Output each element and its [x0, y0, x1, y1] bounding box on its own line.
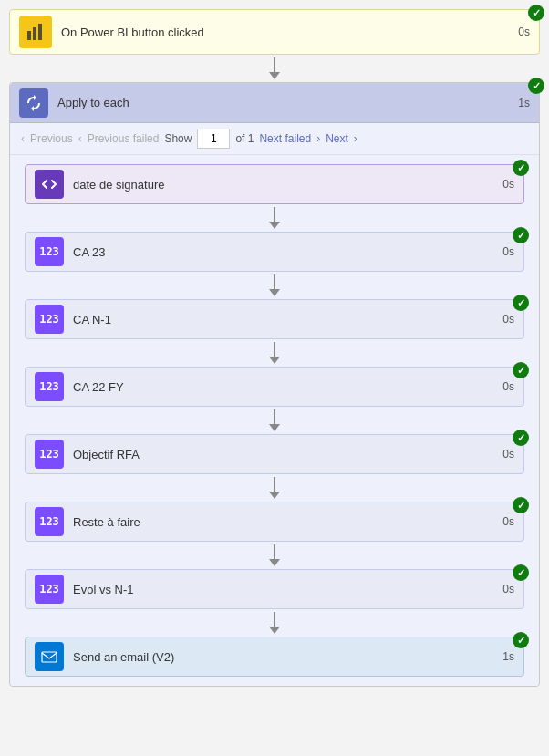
- next-failed-button[interactable]: Next failed: [259, 132, 311, 145]
- step-label-1: date de signature: [73, 178, 495, 192]
- step-duration-4: 0s: [502, 380, 514, 393]
- step-icon-4: 123: [35, 372, 64, 401]
- trigger-success-check: ✓: [528, 5, 544, 21]
- svg-rect-2: [38, 24, 42, 40]
- apply-each-label: Apply to each: [57, 96, 511, 109]
- email-step-check: ✓: [513, 632, 529, 648]
- svg-rect-0: [27, 31, 31, 40]
- step-duration-6: 0s: [502, 515, 514, 528]
- step-check-3: ✓: [513, 295, 529, 311]
- step-duration-2: 0s: [502, 245, 514, 258]
- apply-each-success-check: ✓: [528, 78, 544, 94]
- step-check-7: ✓: [513, 564, 529, 581]
- step-label-4: CA 22 FY: [73, 380, 495, 394]
- trigger-block[interactable]: On Power BI button clicked 0s ✓: [9, 9, 540, 55]
- connector-s4: [25, 407, 524, 434]
- email-step-duration: 1s: [502, 650, 514, 663]
- next-chevron-icon: ›: [354, 132, 357, 145]
- step-duration-7: 0s: [502, 583, 514, 595]
- connector-s1: [25, 204, 524, 232]
- page-container: On Power BI button clicked 0s ✓ Apply to…: [0, 0, 549, 696]
- step-label-6: Reste à faire: [73, 515, 495, 529]
- step-label-2: CA 23: [73, 245, 495, 259]
- next-button[interactable]: Next: [326, 132, 348, 145]
- trigger-duration: 0s: [518, 26, 530, 38]
- prev-chevron-icon: ‹: [21, 132, 25, 145]
- step-block-4[interactable]: 123 CA 22 FY 0s ✓: [25, 367, 524, 407]
- step-check-5: ✓: [513, 430, 529, 446]
- step-block-7[interactable]: 123 Evol vs N-1 0s ✓: [25, 569, 524, 609]
- apply-each-header[interactable]: Apply to each 1s ✓: [10, 83, 539, 123]
- apply-each-icon: [19, 88, 48, 118]
- step-icon-2: 123: [35, 237, 64, 266]
- email-step-label: Send an email (V2): [73, 650, 495, 664]
- previous-button[interactable]: Previous: [30, 132, 73, 145]
- prev-failed-chevron-icon: ‹: [78, 132, 82, 145]
- step-block-1[interactable]: date de signature 0s ✓: [25, 164, 524, 204]
- connector-s2: [25, 272, 524, 299]
- step-duration-1: 0s: [502, 178, 514, 191]
- svg-rect-1: [33, 27, 36, 40]
- apply-each-duration: 1s: [518, 97, 530, 109]
- connector-s5: [25, 474, 524, 502]
- email-step-block[interactable]: Send an email (V2) 1s ✓: [25, 637, 524, 677]
- step-duration-5: 0s: [502, 448, 514, 461]
- step-icon-1: [35, 170, 64, 199]
- step-check-6: ✓: [513, 497, 529, 513]
- connector-s7: [25, 609, 524, 637]
- step-block-5[interactable]: 123 Objectif RFA 0s ✓: [25, 434, 524, 474]
- step-label-7: Evol vs N-1: [73, 583, 495, 596]
- step-label-3: CA N-1: [73, 313, 495, 326]
- trigger-label: On Power BI button clicked: [61, 26, 511, 39]
- svg-rect-3: [42, 652, 57, 662]
- apply-each-inner: date de signature 0s ✓ 123 CA 23 0s ✓: [10, 155, 539, 686]
- connector-s6: [25, 542, 524, 569]
- step-label-5: Objectif RFA: [73, 448, 495, 461]
- next-failed-chevron-icon: ›: [316, 132, 320, 145]
- step-duration-3: 0s: [502, 313, 514, 326]
- connector-s3: [25, 339, 524, 367]
- email-icon: [35, 642, 64, 671]
- step-check-1: ✓: [513, 160, 529, 176]
- step-icon-5: 123: [35, 440, 64, 469]
- step-block-3[interactable]: 123 CA N-1 0s ✓: [25, 299, 524, 339]
- of-label: of 1: [235, 132, 254, 145]
- trigger-icon: [19, 16, 52, 48]
- step-icon-6: 123: [35, 507, 64, 536]
- step-block-2[interactable]: 123 CA 23 0s ✓: [25, 232, 524, 272]
- step-check-4: ✓: [513, 362, 529, 378]
- pagination-bar: ‹ Previous ‹ Previous failed Show of 1 N…: [10, 123, 539, 155]
- apply-each-container: Apply to each 1s ✓ ‹ Previous ‹ Previous…: [9, 82, 540, 687]
- page-input[interactable]: [197, 129, 230, 149]
- connector-1: [9, 55, 540, 82]
- step-block-6[interactable]: 123 Reste à faire 0s ✓: [25, 502, 524, 542]
- show-label: Show: [164, 132, 192, 145]
- step-icon-3: 123: [35, 305, 64, 334]
- step-check-2: ✓: [513, 227, 529, 243]
- previous-failed-button[interactable]: Previous failed: [88, 132, 160, 145]
- step-icon-7: 123: [35, 575, 64, 604]
